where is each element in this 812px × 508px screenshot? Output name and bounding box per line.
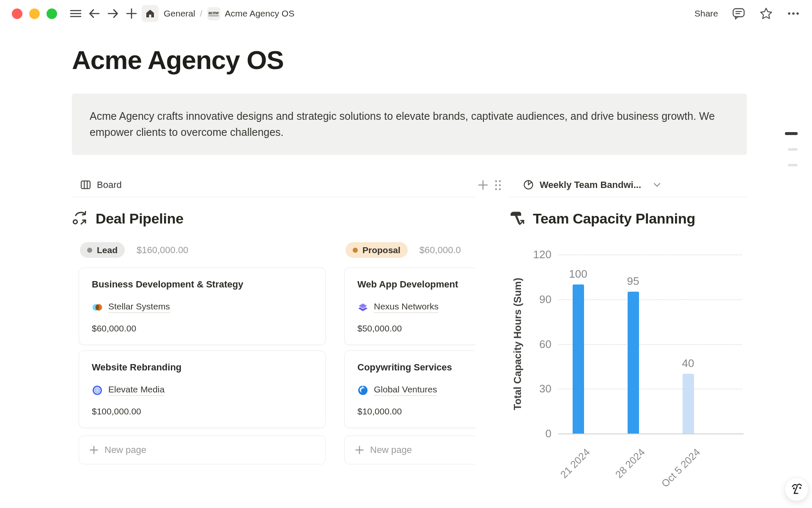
column-sum: $160,000.00	[137, 245, 188, 256]
chart-bar-Oct 5 2024[interactable]	[683, 374, 694, 433]
drag-handle-icon	[493, 179, 502, 192]
deal-card[interactable]: Business Development & Strategy Stellar …	[79, 268, 326, 345]
capacity-chart: 030609012010021 20249528 202440Oct 5 202…	[509, 240, 747, 478]
plus-icon	[126, 8, 137, 19]
deal-pipeline-board: Deal Pipeline Lead $160,000.00	[72, 197, 475, 478]
x-tick-label: 21 2024	[558, 446, 593, 480]
client-link[interactable]: Nexus Networks	[374, 301, 439, 313]
client-link[interactable]: Elevate Media	[108, 384, 165, 396]
card-title: Copywriting Services	[357, 362, 475, 373]
card-amount: $50,000.00	[357, 323, 475, 334]
back-button[interactable]	[86, 5, 103, 22]
more-options-button[interactable]	[787, 7, 800, 20]
toc-item-active[interactable]	[785, 132, 798, 135]
notion-ai-button[interactable]	[785, 477, 809, 501]
purple-stack-icon	[357, 302, 368, 313]
team-capacity-panel: Team Capacity Planning 030609012010021 2…	[509, 197, 747, 478]
board-view-icon	[80, 179, 91, 190]
chart-bar-21 2024[interactable]	[573, 284, 584, 434]
close-window-button[interactable]	[12, 8, 22, 19]
x-tick-label: 28 2024	[613, 446, 647, 480]
breadcrumb-section[interactable]: General	[164, 8, 195, 19]
breadcrumb-page-title[interactable]: Acme Agency OS	[225, 8, 295, 19]
forward-arrow-icon	[107, 7, 119, 20]
add-block-button[interactable]	[477, 179, 489, 191]
hammer-linked-icon	[509, 210, 526, 227]
card-amount: $10,000.00	[357, 406, 475, 417]
chart-view-tab-bar: Weekly Team Bandwi...	[509, 173, 747, 197]
deal-card[interactable]: Copywriting Services Global Ventures $10…	[344, 351, 475, 428]
zoom-window-button[interactable]	[47, 8, 57, 19]
table-of-contents-indicator	[785, 132, 798, 166]
venn-blue-orange-icon	[92, 302, 103, 313]
ellipsis-icon	[787, 7, 800, 20]
board-columns: Lead $160,000.00 Business Development & …	[72, 242, 475, 464]
bar-value-label: 100	[569, 268, 587, 281]
x-axis-line	[558, 433, 743, 434]
drag-handle[interactable]	[493, 179, 502, 192]
star-icon	[759, 7, 773, 21]
status-label: Proposal	[362, 245, 401, 255]
comments-button[interactable]	[732, 7, 746, 21]
callout-block[interactable]: Acme Agency crafts innovative designs an…	[72, 94, 747, 155]
bar-value-label: 40	[682, 357, 694, 370]
blue-rings-icon	[92, 385, 103, 396]
plus-icon	[477, 179, 489, 191]
chart-view-selector[interactable]: Weekly Team Bandwi...	[540, 179, 641, 190]
status-dot	[87, 248, 92, 253]
client-link[interactable]: Stellar Systems	[108, 301, 170, 313]
column-lead: Lead $160,000.00 Business Development & …	[79, 242, 326, 464]
new-page-label: New page	[370, 444, 412, 456]
linked-database-icon	[72, 210, 89, 227]
new-tab-button[interactable]	[123, 5, 140, 22]
chart-view-icon	[523, 179, 534, 190]
favorite-button[interactable]	[759, 7, 773, 21]
gridline	[558, 254, 742, 255]
hamburger-icon	[69, 8, 82, 19]
traffic-lights	[12, 8, 57, 19]
back-arrow-icon	[88, 7, 101, 20]
card-amount: $100,000.00	[92, 406, 313, 417]
status-label: Lead	[97, 245, 118, 255]
gridline	[558, 389, 742, 389]
chart-section-title[interactable]: Team Capacity Planning	[533, 210, 695, 227]
board-section-title[interactable]: Deal Pipeline	[96, 210, 184, 227]
plus-icon	[89, 445, 99, 455]
gridline	[558, 344, 742, 345]
client-link[interactable]: Global Ventures	[374, 384, 437, 396]
share-button[interactable]: Share	[694, 8, 718, 19]
topbar-actions: Share	[694, 7, 800, 21]
card-title: Web App Development	[357, 279, 475, 290]
page-icon[interactable]: acme	[207, 7, 220, 20]
status-badge-proposal[interactable]: Proposal	[346, 242, 408, 258]
new-page-button[interactable]: New page	[344, 436, 475, 464]
plus-icon	[355, 445, 364, 455]
toc-item[interactable]	[788, 164, 798, 166]
new-page-button[interactable]: New page	[79, 436, 326, 464]
status-badge-lead[interactable]: Lead	[80, 242, 125, 258]
tab-board[interactable]: Board	[97, 179, 122, 190]
bar-value-label: 95	[627, 275, 639, 288]
acme-logo-icon: acme	[208, 11, 219, 16]
sidebar-menu-button[interactable]	[67, 5, 84, 22]
deal-card[interactable]: Website Rebranding Elevate Media $100,00…	[79, 351, 326, 428]
block-controls	[475, 173, 509, 197]
views-row: Board Weekly Team Bandwi...	[72, 173, 747, 197]
deal-card[interactable]: Web App Development Nexus Networks $50,0…	[344, 268, 475, 345]
card-title: Business Development & Strategy	[92, 279, 313, 290]
home-button[interactable]	[142, 5, 159, 22]
page-title: Acme Agency OS	[72, 45, 747, 75]
home-icon	[145, 8, 155, 19]
gridline	[558, 299, 742, 300]
forward-button[interactable]	[104, 5, 121, 22]
toc-item[interactable]	[788, 148, 798, 151]
chart-bar-28 2024[interactable]	[628, 292, 639, 433]
notion-window: General / acme Acme Agency OS Share	[0, 0, 812, 508]
status-dot	[353, 248, 358, 253]
breadcrumb: General / acme Acme Agency OS	[164, 7, 294, 20]
chevron-down-icon	[653, 182, 661, 188]
board-view-tab-bar: Board	[72, 173, 475, 197]
minimize-window-button[interactable]	[29, 8, 40, 19]
new-page-label: New page	[104, 444, 146, 456]
column-proposal: Proposal $60,000.0 Web App Development	[344, 242, 475, 464]
